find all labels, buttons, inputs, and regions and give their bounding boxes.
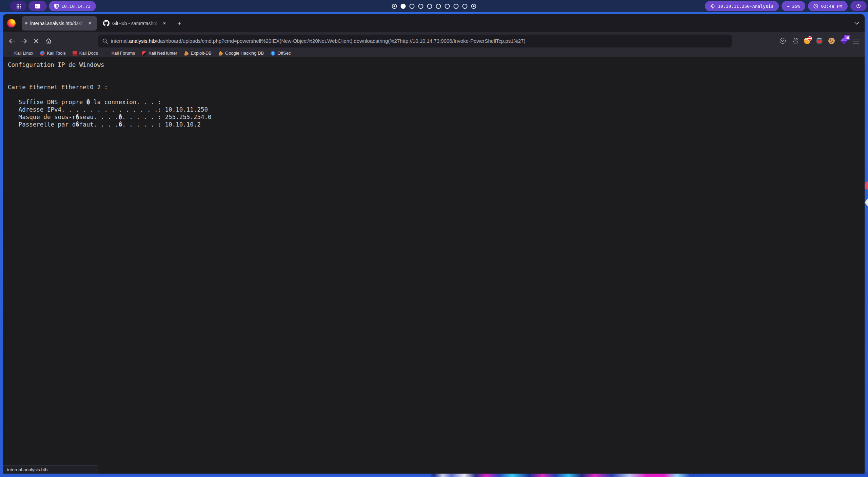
bookmark-offsec[interactable]: OffSec (271, 51, 291, 56)
wappalyzer-button[interactable]: 16 (838, 36, 849, 46)
puzzle-piece-icon (792, 38, 798, 44)
offsec-icon (271, 51, 275, 56)
workspace-dot[interactable] (410, 4, 415, 9)
bookmark-label: Exploit-DB (191, 51, 212, 56)
kali-dragon-icon (105, 51, 110, 56)
clock-icon (813, 4, 818, 8)
bookmark-kali-nethunter[interactable]: Kali NetHunter (142, 51, 177, 56)
hamburger-menu-icon (853, 39, 859, 43)
url-prefix: internal. (111, 38, 129, 44)
bookmark-google-hacking-db[interactable]: Google Hacking DB (218, 51, 264, 56)
clock-label: 03:48 PM (821, 4, 842, 9)
app-grid-icon (16, 4, 21, 8)
stop-button[interactable] (31, 35, 42, 47)
bookmark-label: Kali NetHunter (149, 51, 177, 56)
burger-block-icon (804, 38, 810, 44)
blocker-extension-button[interactable] (802, 36, 812, 46)
volume-indicator[interactable]: ◄ 25% (782, 1, 805, 11)
github-icon (103, 20, 110, 26)
tab-title: GitHub - samratashok/nish (112, 21, 159, 26)
kali-docs-icon (73, 51, 77, 56)
tab-internal-analysis[interactable]: internal.analysis.htb/dashb ✕ (22, 16, 97, 31)
bookmark-label: Kali Tools (47, 51, 65, 56)
home-icon (46, 38, 52, 44)
navigation-toolbar: internal.analysis.htb/dashboard/uploads/… (3, 32, 865, 50)
exploit-db-icon (218, 51, 223, 56)
window-buttons-button[interactable] (28, 1, 47, 11)
page-content: Configuration IP de Windows Carte Ethern… (3, 57, 865, 474)
bookmark-label: OffSec (277, 51, 291, 56)
workspace-dot[interactable] (462, 4, 468, 9)
kali-top-panel: 10.10.14.73 10.10.11.250-Analysis ◄ 25% … (0, 0, 868, 12)
page-output: Configuration IP de Windows Carte Ethern… (3, 57, 865, 128)
desktop-icon-fragment (864, 182, 868, 190)
bookmark-label: Kali Linux (14, 51, 33, 56)
back-arrow-icon (9, 39, 15, 43)
extensions-button[interactable] (789, 36, 800, 46)
workspace-dot[interactable] (445, 4, 450, 9)
panel-right-group: 10.10.11.250-Analysis ◄ 25% 03:48 PM (702, 1, 868, 11)
bookmark-kali-docs[interactable]: Kali Docs (73, 51, 98, 56)
home-button[interactable] (43, 35, 54, 47)
cookie-editor-button[interactable] (826, 36, 837, 46)
app-launcher-button[interactable] (10, 1, 26, 11)
status-bar: internal.analysis.htb (3, 465, 98, 474)
url-path: /dashboard/uploads/cmd.php?cmd=powershel… (156, 38, 526, 44)
window-app-icon (35, 4, 40, 8)
bookmark-kali-tools[interactable]: Kali Tools (40, 51, 65, 56)
bookmark-label: Kali Docs (79, 51, 98, 56)
forward-arrow-icon (21, 39, 27, 43)
spy-extension-button[interactable] (814, 36, 825, 46)
clock-indicator[interactable]: 03:48 PM (808, 1, 848, 11)
stop-x-icon (34, 39, 39, 43)
status-text: internal.analysis.htb (7, 467, 47, 472)
workspace-dot[interactable] (418, 4, 423, 9)
power-button[interactable] (850, 1, 867, 11)
workspace-dot[interactable] (436, 4, 441, 9)
forward-button[interactable] (18, 35, 30, 47)
tab-close-button[interactable]: ✕ (161, 20, 168, 27)
power-icon (856, 4, 861, 8)
workspace-dot[interactable] (427, 4, 432, 9)
pocket-icon (780, 38, 786, 44)
firefox-logo-icon (7, 19, 16, 27)
workspace-dot[interactable] (392, 4, 397, 9)
bookmarks-bar: Kali LinuxKali ToolsKali DocsKali Forums… (3, 50, 865, 57)
bookmark-kali-forums[interactable]: Kali Forums (105, 51, 135, 56)
new-tab-button[interactable]: + (174, 18, 184, 28)
url-bar[interactable]: internal.analysis.htb/dashboard/uploads/… (98, 35, 732, 47)
speaker-icon: ◄ (787, 4, 789, 8)
tab-title: internal.analysis.htb/dashb (30, 21, 85, 26)
bookmark-exploit-db[interactable]: Exploit-DB (184, 51, 212, 56)
list-all-tabs-button[interactable] (854, 22, 859, 25)
target-indicator[interactable]: 10.10.11.250-Analysis (705, 1, 779, 11)
cookie-icon (828, 38, 835, 44)
app-menu-button[interactable] (850, 36, 861, 46)
spy-goggles-icon (816, 38, 823, 44)
chevron-down-icon (854, 22, 859, 25)
volume-label: 25% (792, 4, 800, 9)
firefox-window: internal.analysis.htb/dashb ✕ GitHub - s… (3, 14, 865, 474)
crosshair-icon (710, 4, 715, 8)
tab-loading-icon (25, 22, 27, 24)
kali-dragon-icon (7, 51, 12, 56)
url-text: internal.analysis.htb/dashboard/uploads/… (111, 38, 526, 44)
workspace-dot[interactable] (401, 4, 406, 9)
tab-github-nishang[interactable]: GitHub - samratashok/nish ✕ (100, 16, 172, 31)
pocket-button[interactable] (777, 36, 788, 46)
vpn-ip-indicator[interactable]: 10.10.14.73 (49, 1, 96, 11)
kali-tools-icon (40, 51, 45, 56)
url-domain: analysis.htb (129, 38, 156, 44)
target-label: 10.10.11.250-Analysis (718, 4, 773, 9)
exploit-db-icon (184, 51, 189, 56)
bookmark-label: Google Hacking DB (225, 51, 264, 56)
workspace-indicators (392, 0, 476, 12)
tab-close-button[interactable]: ✕ (86, 20, 94, 27)
wappalyzer-badge: 16 (844, 35, 850, 40)
shield-icon (54, 4, 59, 9)
back-button[interactable] (6, 35, 18, 47)
workspace-dot[interactable] (454, 4, 459, 9)
bookmark-kali-linux[interactable]: Kali Linux (7, 51, 33, 56)
workspace-dot[interactable] (471, 4, 476, 9)
bookmark-label: Kali Forums (112, 51, 135, 56)
